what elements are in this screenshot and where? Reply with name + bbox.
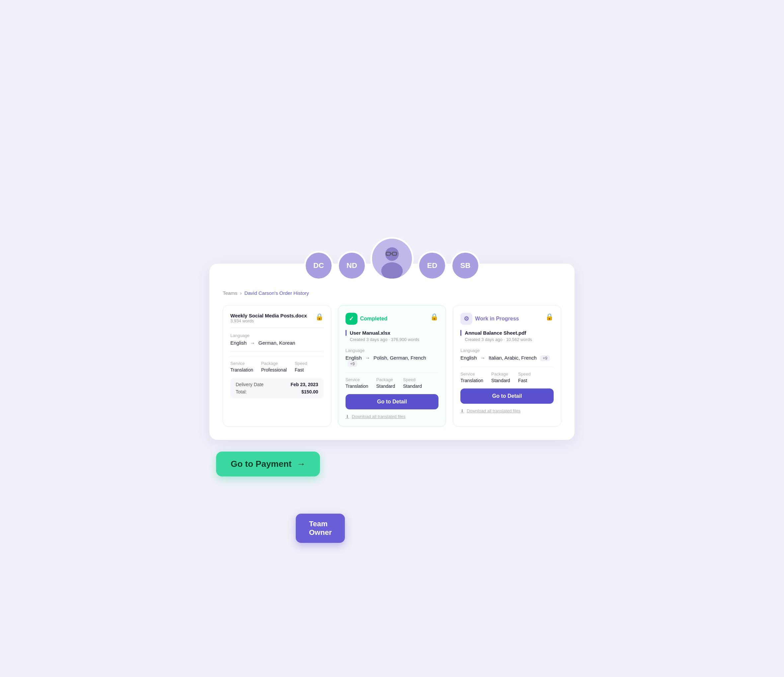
lock-icon-plain: 🔒 [315,313,324,321]
go-to-payment-button[interactable]: Go to Payment → [216,451,320,476]
service-row-1: Service Translation Package Standard Spe… [345,372,439,389]
wip-status-badge: ⚙ Work in Progress [460,313,519,325]
team-owner-badge: Team Owner [296,514,345,543]
order-card-completed: ✓ Completed 🔒 User Manual.xlsx Created 3… [338,305,446,426]
lang-label-2: Language [460,348,554,353]
avatar-row: DC ND ED SB [210,237,574,280]
lang-extra-2: +9 [540,355,550,361]
breadcrumb-separator: › [240,290,242,296]
avatar-dc: DC [304,251,333,280]
avatar-nd: ND [337,251,366,280]
wip-file-meta: Created 3 days ago · 10,562 words [460,337,554,342]
completed-status-text: Completed [360,316,388,322]
breadcrumb-teams[interactable]: Teams [223,290,237,296]
plain-file-name: Weekly Social Media Posts.docx [230,313,307,318]
wip-status-text: Work in Progress [475,316,519,322]
download-icon-1: ⬇ [345,414,349,419]
completed-file-meta: Created 3 days ago · 376,900 words [345,337,439,342]
wip-file-name: Annual Balance Sheet.pdf [460,330,554,336]
breadcrumb-current: David Carson's Order History [244,290,309,296]
plain-file-words: 3,934 words [230,318,307,324]
wip-card-header: ⚙ Work in Progress 🔒 [460,313,554,325]
lang-value-2: English → Italian, Arabic, French +9 [460,355,554,361]
payment-btn-arrow: → [297,459,305,469]
delivery-table: Delivery Date Feb 23, 2023 Total: $150.0… [230,378,324,398]
avatar-ed: ED [418,251,447,280]
plain-card-header: Weekly Social Media Posts.docx 3,934 wor… [230,313,324,328]
go-to-detail-btn-2[interactable]: Go to Detail [460,389,554,404]
lang-extra-1: +9 [347,361,358,367]
avatar-sb: SB [451,251,480,280]
service-row-2: Service Translation Package Standard Spe… [460,367,554,383]
lang-label-0: Language [230,333,324,338]
scene: DC ND ED SB Teams › David Carson's Order… [210,237,574,440]
service-row-0: Service Translation Package Professional… [230,356,324,372]
main-card: Teams › David Carson's Order History Wee… [210,264,574,440]
orders-grid: Weekly Social Media Posts.docx 3,934 wor… [223,305,561,426]
payment-btn-container: Go to Payment → Team Owner [216,451,320,476]
download-icon-2: ⬇ [460,408,464,413]
completed-file-name: User Manual.xlsx [345,330,439,336]
completed-status-icon: ✓ [345,313,358,325]
lang-value-1: English → Polish, German, French +9 [345,355,439,367]
lock-icon-wip: 🔒 [545,313,554,321]
order-card-wip: ⚙ Work in Progress 🔒 Annual Balance Shee… [453,305,561,426]
order-card-plain: Weekly Social Media Posts.docx 3,934 wor… [223,305,331,426]
lock-icon-completed: 🔒 [430,313,439,321]
lang-value-0: English → German, Korean [230,340,324,346]
lang-label-1: Language [345,348,439,353]
payment-btn-label: Go to Payment [231,459,291,469]
wip-status-icon: ⚙ [460,313,472,325]
go-to-detail-btn-1[interactable]: Go to Detail [345,394,439,409]
download-link-1[interactable]: ⬇ Download all translated files [345,414,406,419]
breadcrumb: Teams › David Carson's Order History [223,290,561,296]
completed-card-header: ✓ Completed 🔒 [345,313,439,325]
download-link-2[interactable]: ⬇ Download all translated files [460,408,520,413]
avatar-main [370,237,414,280]
svg-point-2 [381,262,403,280]
completed-status-badge: ✓ Completed [345,313,388,325]
